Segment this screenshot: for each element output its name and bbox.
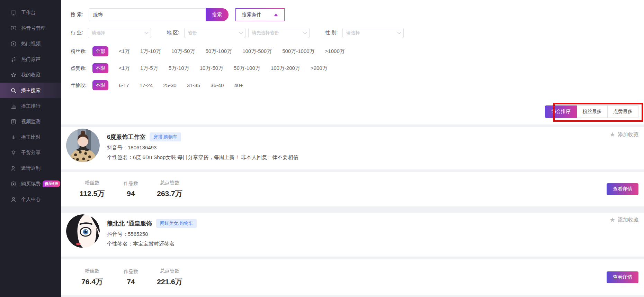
age-option[interactable]: 6-17 [119,82,129,88]
hot-audio-icon [10,56,17,63]
fans-count-filter-row: 粉丝数: 全部 <1万 1万-10万 10万-50万 50万-100万 100万… [71,46,345,56]
sidebar-item-favorites[interactable]: 我的收藏 [0,67,61,83]
stat-fans: 粉丝数 112.5万 [74,180,110,198]
result-info-block: 熊北北 *通皇服饰 网红美女,购物车 抖音号：5565258 个性签名：本宝宝暂… [107,219,197,247]
douyin-id-value: 1806136493 [128,145,156,150]
result-card-info: 熊北北 *通皇服饰 网红美女,购物车 抖音号：5565258 个性签名：本宝宝暂… [61,213,644,257]
sort-most-fans-button[interactable]: 粉丝最多 [577,105,608,118]
app-root: 工作台 抖音号管理 热门视频 热门原声 我的收藏 播主搜索 [0,0,644,297]
fans-option[interactable]: 500万-1000万 [282,48,314,55]
search-condition-button[interactable]: 搜索条件 [235,8,285,21]
sidebar-item-broadcaster-search[interactable]: 播主搜索 [0,83,61,98]
likes-count-filter-row: 点赞数: 不限 <1万 1万-5万 5万-10万 10万-50万 50万-100… [71,63,328,73]
fans-chip-selected[interactable]: 全部 [92,46,108,56]
star-icon: ★ [610,131,615,138]
search-input[interactable] [89,8,206,21]
fans-count-label: 粉丝数: [71,48,87,55]
compare-bars-icon [10,134,17,140]
signature-value: 6度 6Du Shop女装 每日分享穿搭，每周上新！ 非本人回复一律不要相信 [133,154,298,160]
age-chip-selected[interactable]: 不限 [92,80,108,90]
sort-button-group: 综合排序 粉丝最多 点赞最多 [545,105,638,118]
sidebar-item-tips-share[interactable]: 干货分享 [0,145,61,160]
sidebar-item-account-manage[interactable]: 抖音号管理 [0,20,61,36]
industry-select[interactable]: 请选择 [88,28,151,38]
triangle-up-icon [274,13,278,16]
signature-value: 本宝宝暂时还签名 [133,241,175,247]
douyin-id-label: 抖音号： [107,231,128,237]
gender-label: 性 别: [325,30,338,36]
age-option[interactable]: 25-30 [163,82,176,88]
age-option[interactable]: 31-35 [187,82,200,88]
stat-works: 作品数 74 [113,269,149,286]
star-icon: ★ [610,216,615,224]
stat-total-likes: 总点赞数 221.6万 [152,268,188,287]
discount-badge: 低至6折 [43,180,60,187]
likes-count-label: 点赞数: [71,65,87,72]
signature-label: 个性签名： [107,241,133,247]
sidebar-item-purchase-renew[interactable]: 购买续费 低至6折 [0,176,61,192]
likes-option[interactable]: 50万-100万 [234,65,260,72]
broadcaster-name[interactable]: 6度服饰工作室 [107,133,145,141]
result-card-stats: 粉丝数 76.4万 作品数 74 总点赞数 221.6万 查看详情 [61,259,644,295]
sidebar-item-hot-video[interactable]: 热门视频 [0,36,61,52]
category-tag: 穿搭,购物车 [150,132,181,141]
add-favorite-button[interactable]: ★ 添加收藏 [610,131,638,138]
chevron-down-icon [239,30,243,34]
province-select[interactable]: 省份 [184,28,245,38]
result-card-info: 6度服饰工作室 穿搭,购物车 抖音号：1806136493 个性签名：6度 6D… [61,127,644,169]
avatar[interactable] [66,129,100,162]
likes-option[interactable]: <1万 [119,65,130,72]
likes-option[interactable]: 10万-50万 [200,65,223,72]
gender-select[interactable]: 请选择 [342,28,404,38]
age-option[interactable]: 40+ [234,82,243,88]
age-option[interactable]: 17-24 [140,82,153,88]
broadcaster-name[interactable]: 熊北北 *通皇服饰 [107,220,152,228]
sidebar-item-invite-rebate[interactable]: 邀请返利 [0,160,61,176]
fans-option[interactable]: 1万-10万 [140,48,161,55]
likes-chip-selected[interactable]: 不限 [92,63,108,73]
likes-option[interactable]: >200万 [311,65,328,72]
search-label: 搜 索: [71,12,83,18]
age-option[interactable]: 36-40 [211,82,224,88]
result-card-stats: 粉丝数 112.5万 作品数 94 总点赞数 263.7万 查看详情 [61,172,644,206]
industry-label: 行 业: [71,30,83,36]
stat-fans: 粉丝数 76.4万 [74,268,110,287]
fans-option[interactable]: 10万-50万 [171,48,195,55]
fans-option[interactable]: <1万 [119,48,130,55]
fans-option[interactable]: >1000万 [325,48,345,55]
video-monitor-icon [10,118,17,125]
stat-works: 作品数 94 [113,180,149,198]
likes-option[interactable]: 5万-10万 [169,65,189,72]
main-content: 搜 索: 搜索 搜索条件 行 业: 请选择 地 区: 省份 [61,0,644,297]
sidebar-item-video-monitor[interactable]: 视频监测 [0,114,61,129]
search-button[interactable]: 搜索 [206,8,229,21]
chevron-down-icon [144,30,148,34]
filter-panel: 搜 索: 搜索 搜索条件 行 业: 请选择 地 区: 省份 [61,0,644,124]
view-detail-button[interactable]: 查看详情 [607,271,638,283]
sidebar-item-personal-center[interactable]: 个人中心 [0,192,61,207]
region-label: 地 区: [167,30,179,36]
bulb-icon [10,149,17,156]
add-favorite-button[interactable]: ★ 添加收藏 [610,216,638,224]
douyin-id-label: 抖音号： [107,145,128,150]
sort-comprehensive-button[interactable]: 综合排序 [545,105,577,118]
result-info-block: 6度服饰工作室 穿搭,购物车 抖音号：1806136493 个性签名：6度 6D… [107,132,298,161]
sidebar: 工作台 抖音号管理 热门视频 热门原声 我的收藏 播主搜索 [0,0,61,297]
sort-most-likes-button[interactable]: 点赞最多 [608,105,638,118]
sidebar-item-hot-audio[interactable]: 热门原声 [0,52,61,67]
fans-option[interactable]: 100万-500万 [242,48,272,55]
workbench-monitor-icon [10,9,17,16]
likes-option[interactable]: 1万-5万 [140,65,158,72]
chevron-down-icon [303,30,307,34]
sidebar-item-broadcaster-ranking[interactable]: 播主排行 [0,98,61,114]
likes-option[interactable]: 100万-200万 [271,65,300,72]
search-box: 搜索 [89,8,229,21]
view-detail-button[interactable]: 查看详情 [607,183,638,195]
city-select[interactable]: 请先选择省份 [248,28,310,38]
avatar[interactable] [66,214,100,248]
sidebar-item-broadcaster-compare[interactable]: 播主比对 [0,129,61,145]
fans-option[interactable]: 50万-100万 [205,48,232,55]
favorites-star-icon [10,72,17,78]
age-range-filter-row: 年龄段: 不限 6-17 17-24 25-30 31-35 36-40 40+ [71,80,243,90]
sidebar-item-workbench[interactable]: 工作台 [0,5,61,20]
